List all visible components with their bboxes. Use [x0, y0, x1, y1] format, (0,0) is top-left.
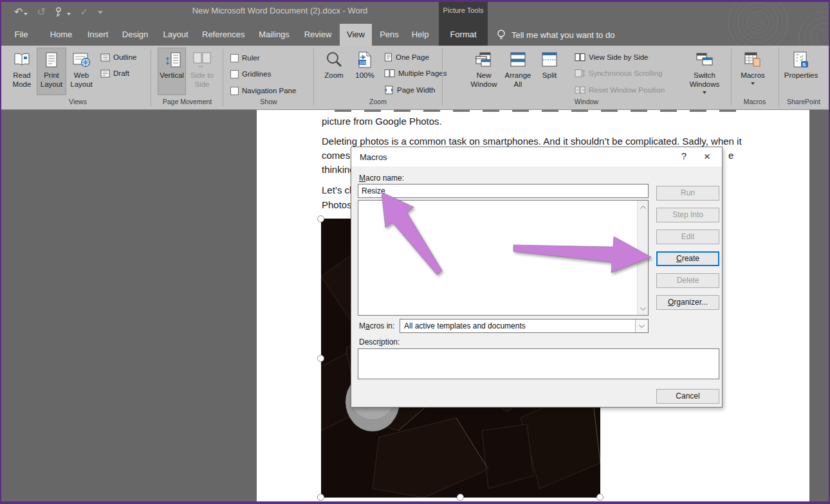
- reset-window-position-icon: [575, 86, 586, 94]
- chevron-down-icon[interactable]: [635, 320, 648, 332]
- scroll-down-icon[interactable]: [638, 303, 648, 314]
- edit-button[interactable]: Edit: [656, 230, 719, 244]
- outline-button[interactable]: Outline: [100, 51, 136, 64]
- organizer-button[interactable]: Organizer...: [656, 295, 719, 310]
- svg-text:↕: ↕: [164, 53, 171, 67]
- tab-pens[interactable]: Pens: [376, 24, 403, 46]
- tab-design[interactable]: Design: [120, 24, 151, 46]
- synchronous-scrolling-button[interactable]: Synchronous Scrolling: [575, 67, 662, 80]
- group-caption-views: Views: [5, 98, 151, 105]
- scroll-up-icon[interactable]: [638, 202, 648, 212]
- side-to-side-icon: ↔: [192, 48, 212, 71]
- run-button[interactable]: Run: [656, 186, 719, 201]
- checkmark-icon: ✓: [80, 7, 88, 17]
- dialog-title-bar[interactable]: Macros ? ×: [351, 147, 722, 166]
- new-window-button[interactable]: New Window: [468, 48, 500, 94]
- view-side-by-side-button[interactable]: View Side by Side: [575, 51, 648, 64]
- page-width-icon: [384, 86, 394, 94]
- macros-button[interactable]: Macros: [735, 48, 770, 94]
- group-divider: [313, 49, 314, 106]
- tab-home[interactable]: Home: [46, 24, 76, 46]
- selection-handle-bottom-left[interactable]: [317, 494, 324, 501]
- tab-view[interactable]: View: [340, 24, 372, 46]
- macro-list-scrollbar[interactable]: [637, 201, 648, 315]
- cancel-button[interactable]: Cancel: [656, 389, 719, 404]
- selection-handle-bottom-right[interactable]: [596, 494, 604, 501]
- frame-border-left: [0, 0, 1, 504]
- frame-border-top: [0, 0, 830, 2]
- multiple-pages-icon: [384, 69, 395, 78]
- tab-review[interactable]: Review: [301, 24, 335, 46]
- delete-button[interactable]: Delete: [656, 273, 719, 288]
- vertical-button[interactable]: ↕ Vertical: [158, 48, 185, 94]
- undo-icon[interactable]: ↶: [14, 7, 28, 17]
- split-icon: [541, 48, 558, 71]
- one-page-button[interactable]: One Page: [384, 51, 429, 64]
- properties-button[interactable]: S Properties: [782, 48, 820, 94]
- touch-mode-icon[interactable]: [55, 7, 71, 17]
- redo-icon[interactable]: ↺: [37, 7, 45, 17]
- reset-window-position-button[interactable]: Reset Window Position: [575, 84, 665, 96]
- group-divider: [151, 49, 151, 106]
- tab-help[interactable]: Help: [407, 24, 434, 46]
- gridlines-checkbox[interactable]: Gridlines: [230, 68, 271, 80]
- description-input[interactable]: [358, 348, 719, 379]
- lightbulb-icon: [497, 29, 506, 41]
- doc-text-line: picture from Google Photos.: [322, 116, 442, 127]
- doc-text-line: Photos: [322, 199, 352, 210]
- ruler-checkbox[interactable]: Ruler: [230, 51, 259, 64]
- group-caption-page-movement: Page Movement: [152, 98, 223, 105]
- draft-button[interactable]: Draft: [100, 67, 129, 80]
- tell-me-box[interactable]: Tell me what you want to do: [497, 24, 614, 46]
- macro-list[interactable]: [358, 200, 649, 316]
- doc-text-fragment: e: [728, 150, 733, 161]
- macros-in-dropdown[interactable]: All active templates and documents: [400, 319, 649, 333]
- step-into-button[interactable]: Step Into: [656, 208, 719, 222]
- macro-name-input[interactable]: Resize: [358, 184, 649, 198]
- macros-icon: [744, 48, 762, 71]
- page-width-button[interactable]: Page Width: [384, 84, 435, 96]
- side-to-side-button[interactable]: ↔ Side to Side: [187, 48, 217, 94]
- help-icon[interactable]: ?: [674, 150, 694, 163]
- arrange-all-button[interactable]: Arrange All: [501, 48, 535, 94]
- svg-text:100: 100: [360, 60, 367, 65]
- frame-border-bottom: [0, 501, 830, 504]
- navigation-pane-checkbox[interactable]: Navigation Pane: [230, 84, 296, 97]
- tab-layout[interactable]: Layout: [160, 24, 192, 46]
- tab-format[interactable]: Format: [439, 24, 488, 46]
- tab-file[interactable]: File: [9, 24, 33, 46]
- group-divider: [779, 49, 779, 106]
- group-caption-window: Window: [443, 98, 730, 105]
- selection-handle-bottom-center[interactable]: [457, 494, 464, 501]
- group-caption-sharepoint: SharePoint: [780, 98, 827, 105]
- quick-access-toolbar: ↶ ↺ ✓: [14, 4, 103, 21]
- switch-windows-icon: [695, 48, 714, 71]
- group-caption-show: Show: [224, 98, 313, 105]
- tab-references[interactable]: References: [202, 24, 244, 46]
- one-page-icon: [384, 53, 392, 62]
- web-layout-button[interactable]: Web Layout: [66, 48, 97, 94]
- zoom-button[interactable]: Zoom: [320, 48, 348, 94]
- zoom-100-icon: 100: [356, 48, 373, 71]
- multiple-pages-button[interactable]: Multiple Pages: [384, 67, 447, 80]
- read-mode-button[interactable]: Read Mode: [8, 48, 36, 94]
- dialog-title: Macros: [360, 152, 387, 162]
- web-layout-icon: [73, 48, 91, 71]
- description-label: Description:: [359, 338, 400, 346]
- tab-insert[interactable]: Insert: [84, 24, 112, 46]
- qat-customize-icon[interactable]: [98, 11, 103, 14]
- print-layout-button[interactable]: Print Layout: [37, 48, 66, 94]
- selection-handle-top-left[interactable]: [317, 215, 324, 222]
- switch-windows-button[interactable]: Switch Windows: [684, 48, 725, 94]
- create-button[interactable]: Create: [656, 251, 719, 266]
- zoom-100-button[interactable]: 100 100%: [351, 48, 378, 94]
- chevron-down-icon: [751, 82, 755, 85]
- close-icon[interactable]: ×: [697, 150, 717, 163]
- selection-handle-middle-left[interactable]: [317, 355, 324, 362]
- split-button[interactable]: Split: [537, 48, 562, 94]
- print-layout-icon: [45, 48, 58, 71]
- read-mode-icon: [13, 48, 31, 71]
- doc-text-line: comes: [322, 150, 350, 161]
- tab-mailings[interactable]: Mailings: [256, 24, 292, 46]
- draft-icon: [100, 69, 110, 78]
